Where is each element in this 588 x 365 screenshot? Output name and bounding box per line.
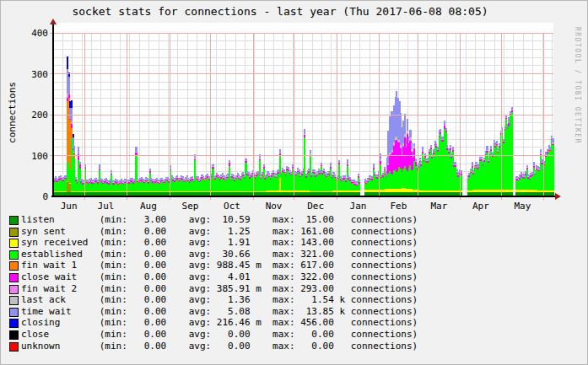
series-time_wait	[135, 147, 137, 152]
series-time_wait	[237, 173, 239, 174]
x-tick-label-jun: Jun	[61, 201, 78, 212]
series-fin_wait_2	[407, 133, 408, 134]
series-established	[511, 112, 513, 190]
x-tick-label-apr: Apr	[472, 201, 489, 212]
series-fin_wait_2	[374, 174, 375, 174]
series-time_wait	[75, 177, 77, 179]
series-fin_wait_2	[229, 163, 230, 164]
series-fin_wait_2	[272, 173, 274, 174]
series-closing	[67, 56, 68, 69]
series-time_wait	[141, 177, 143, 179]
series-time_wait	[349, 177, 351, 179]
series-fin_wait_2	[533, 165, 535, 166]
x-tick-label-dec: Dec	[307, 201, 324, 212]
series-time_wait	[186, 175, 188, 177]
series-time_wait	[242, 172, 244, 174]
series-close_wait	[245, 161, 246, 162]
legend-row-closing: closing (min: 0.00 avg: 216.46 m max: 45…	[1, 317, 588, 329]
series-time_wait	[55, 176, 57, 178]
series-time_wait	[384, 167, 386, 169]
series-time_wait	[279, 149, 281, 153]
series-close_wait	[440, 132, 441, 134]
series-close_wait	[490, 149, 492, 151]
series-time_wait	[314, 169, 316, 171]
series-time_wait	[332, 172, 334, 174]
legend-color-swatch	[9, 285, 19, 294]
series-fin_wait_2	[248, 174, 250, 174]
legend-color-swatch	[9, 296, 19, 305]
series-close_wait	[149, 171, 151, 172]
legend-row-text: close (min: 0.00 avg: 0.00 max: 0.00 con…	[21, 329, 418, 340]
series-close_wait	[263, 167, 265, 168]
series-time_wait	[475, 162, 477, 164]
series-time_wait	[78, 147, 79, 153]
series-close_wait	[533, 166, 535, 168]
series-time_wait	[348, 175, 349, 177]
series-time_wait	[182, 176, 184, 178]
series-time_wait	[176, 175, 178, 177]
series-time_wait	[161, 178, 163, 180]
series-fin_wait_2	[338, 162, 340, 163]
series-close_wait	[430, 148, 432, 149]
series-fin_wait_2	[242, 174, 244, 175]
legend-row-text: syn received (min: 0.00 avg: 1.91 max: 1…	[21, 237, 418, 248]
series-time_wait	[292, 164, 294, 166]
series-time_wait	[407, 119, 408, 132]
series-close_wait	[486, 151, 488, 153]
legend-row-fin-wait-2: fin wait 2 (min: 0.00 avg: 385.91 m max:…	[1, 283, 588, 295]
legend-row-listen: listen (min: 3.00 avg: 10.59 max: 15.00 …	[1, 214, 588, 226]
series-fin_wait_2	[279, 153, 281, 154]
series-close_wait	[321, 165, 322, 166]
series-fin_wait_2	[194, 158, 196, 159]
series-time_wait	[409, 130, 411, 138]
series-time_wait	[283, 169, 285, 171]
series-time_wait	[511, 107, 513, 109]
series-time_wait	[95, 178, 97, 180]
series-time_wait	[552, 138, 553, 143]
series-last_ack	[409, 137, 411, 140]
series-fin_wait_2	[79, 164, 81, 164]
series-fin_wait_2	[446, 148, 448, 148]
series-fin_wait_2	[99, 169, 100, 169]
legend-row-text: time wait (min: 0.00 avg: 5.08 max: 13.8…	[21, 306, 418, 317]
series-fin_wait_2	[73, 153, 75, 153]
series-time_wait	[435, 143, 437, 145]
series-time_wait	[456, 169, 458, 171]
series-last_ack	[411, 149, 413, 151]
series-time_wait	[445, 128, 447, 130]
x-tick-label-mar: Mar	[430, 201, 447, 212]
y-tick-label: 300	[31, 69, 48, 80]
series-time_wait	[146, 178, 148, 180]
series-time_wait	[167, 177, 169, 179]
x-tick-label-sep: Sep	[182, 201, 199, 212]
legend-row-established: established (min: 0.00 avg: 30.66 max: 3…	[1, 249, 588, 260]
series-close_wait	[445, 131, 447, 132]
legend-color-swatch	[9, 228, 19, 237]
series-time_wait	[490, 146, 492, 148]
legend-row-fin-wait-1: fin wait 1 (min: 0.00 avg: 988.45 m max:…	[1, 260, 588, 271]
x-axis-arrow	[555, 193, 561, 200]
series-fin_wait_1	[73, 154, 75, 158]
series-fin_wait_2	[321, 164, 322, 165]
series-fin_wait_2	[526, 168, 528, 169]
series-time_wait	[68, 77, 70, 93]
series-close_wait	[450, 148, 451, 150]
series-time_wait	[321, 163, 322, 164]
series-time_wait	[343, 175, 345, 177]
series-close_wait	[99, 169, 100, 170]
series-fin_wait_2	[330, 166, 332, 167]
series-fin_wait_2	[212, 167, 213, 168]
legend-row-text: fin wait 2 (min: 0.00 avg: 385.91 m max:…	[21, 283, 418, 294]
legend-row-text: fin wait 1 (min: 0.00 avg: 988.45 m max:…	[21, 260, 418, 271]
series-fin_wait_2	[450, 148, 451, 148]
series-time_wait	[452, 147, 454, 148]
x-tick-label-nov: Nov	[266, 201, 283, 212]
series-close_wait	[384, 169, 386, 170]
series-time_wait	[440, 129, 441, 131]
series-fin_wait_2	[283, 171, 285, 172]
series-time_wait	[424, 153, 426, 155]
series-close_wait	[212, 167, 213, 168]
series-time_wait	[218, 174, 219, 176]
series-close_wait	[259, 159, 261, 160]
series-fin_wait_2	[505, 117, 507, 118]
